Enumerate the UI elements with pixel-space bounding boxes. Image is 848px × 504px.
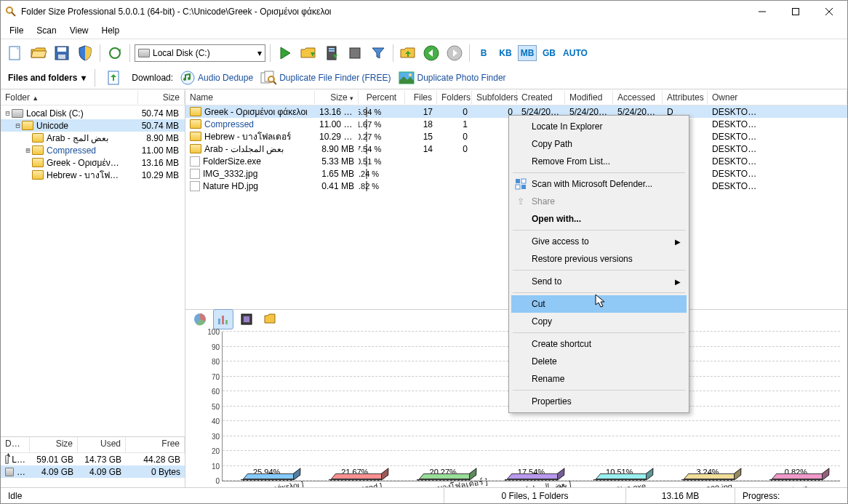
svg-point-26 (409, 73, 412, 76)
duplicate-photo-finder-link[interactable]: Duplicate Photo Finder (399, 71, 506, 84)
chevron-down-icon: ▾ (257, 48, 262, 58)
shield-icon (514, 177, 527, 191)
tree-header-folder[interactable]: Folder ▲ (1, 91, 138, 104)
titlebar: Folder Size Professional 5.0.0.1 (64-bit… (1, 1, 847, 23)
disk-hdr-free[interactable]: Free (126, 437, 185, 452)
menu-file[interactable]: File (4, 24, 29, 37)
menubar: File Scan View Help (1, 23, 847, 39)
tree-row[interactable]: ⊟Unicode50.74 MB (1, 119, 185, 132)
status-size: 13.16 MB (626, 488, 735, 503)
cm-rename[interactable]: Rename (511, 370, 687, 388)
drive-icon (138, 49, 150, 57)
chart-pie-icon[interactable] (190, 309, 210, 329)
audio-dedupe-link[interactable]: Audio Dedupe (180, 71, 253, 85)
svg-line-1 (12, 12, 15, 16)
tree-header-size[interactable]: Size (138, 91, 185, 104)
cm-restore[interactable]: Restore previous versions (511, 250, 687, 268)
cm-give-access[interactable]: Give access to▶ (511, 233, 687, 250)
filter-icon[interactable] (368, 43, 388, 63)
up-folder-icon[interactable] (398, 43, 418, 63)
save-icon[interactable] (52, 43, 72, 63)
maximize-button[interactable] (779, 1, 812, 23)
gh-created[interactable]: Created (517, 91, 565, 104)
main-toolbar: Local Disk (C:) ▾ B KB MB GB AUTO (1, 39, 847, 66)
unit-gb[interactable]: GB (540, 45, 559, 61)
menu-help[interactable]: Help (96, 24, 126, 37)
svg-point-20 (188, 77, 191, 80)
app-icon (5, 6, 17, 17)
unit-kb[interactable]: KB (496, 45, 515, 61)
refresh-icon[interactable] (105, 43, 125, 63)
unit-b[interactable]: B (474, 45, 493, 61)
svg-rect-35 (516, 185, 520, 189)
chart-options-icon[interactable] (260, 309, 280, 329)
cm-send-to[interactable]: Send to▶ (511, 273, 687, 290)
shield-icon[interactable] (75, 43, 95, 63)
gh-size[interactable]: Size ▾ (315, 91, 359, 104)
chart-bar-icon[interactable] (213, 309, 233, 329)
files-folders-dropdown[interactable]: Files and folders▾ (8, 73, 86, 83)
unit-mb[interactable]: MB (518, 45, 537, 61)
gh-percent[interactable]: Percent (359, 91, 405, 104)
cm-remove[interactable]: Remove From List... (511, 153, 687, 170)
disk-hdr-used[interactable]: Used (78, 437, 126, 452)
status-idle: Idle (1, 488, 444, 503)
share-icon: ⇪ (514, 195, 527, 208)
export-icon[interactable] (104, 68, 124, 88)
menu-view[interactable]: View (64, 24, 95, 37)
drive-selector[interactable]: Local Disk (C:) ▾ (135, 44, 265, 62)
tree-row[interactable]: ⊟Local Disk (C:)50.74 MB (1, 107, 185, 119)
status-progress: Progress: (735, 488, 847, 503)
cm-copy[interactable]: Copy (511, 313, 687, 330)
tree-row[interactable]: Hebrew - บางโฟ…10.29 MB (1, 169, 185, 181)
gh-name[interactable]: Name (185, 91, 315, 104)
unit-auto[interactable]: AUTO (561, 45, 589, 61)
svg-rect-3 (793, 9, 799, 15)
open-folder-icon[interactable] (28, 43, 49, 63)
disk-row[interactable]: L…59.01 GB14.73 GB44.28 GB (1, 453, 185, 465)
gh-subfolders[interactable]: Subfolders (472, 91, 517, 104)
cm-share[interactable]: ⇪Share (511, 193, 687, 210)
gh-files[interactable]: Files (405, 91, 437, 104)
disk-list[interactable]: L…59.01 GB14.73 GB44.28 GB…4.09 GB4.09 G… (1, 453, 185, 478)
secondary-toolbar: Files and folders▾ Download: Audio Dedup… (1, 66, 847, 89)
gh-accessed[interactable]: Accessed (613, 91, 663, 104)
cm-defender[interactable]: Scan with Microsoft Defender... (511, 175, 687, 193)
minimize-button[interactable] (745, 1, 779, 23)
gh-attributes[interactable]: Attributes (663, 91, 708, 104)
tree-row[interactable]: Arab - بعض المج8.90 MB (1, 132, 185, 144)
cm-locate[interactable]: Locate In Explorer (511, 118, 687, 135)
stop-icon[interactable] (345, 43, 365, 63)
svg-point-19 (183, 78, 186, 81)
duplicate-file-finder-link[interactable]: Duplicate File Finder (FREE) (260, 71, 391, 85)
new-file-icon[interactable] (5, 43, 25, 63)
cm-shortcut[interactable]: Create shortcut (511, 335, 687, 353)
scan-folder-icon[interactable] (298, 43, 319, 63)
gh-modified[interactable]: Modified (565, 91, 613, 104)
cm-copy-path[interactable]: Copy Path (511, 135, 687, 153)
gh-folders[interactable]: Folders (437, 91, 472, 104)
cm-open-with[interactable]: Open with... (511, 210, 687, 228)
gh-owner[interactable]: Owner (708, 91, 847, 104)
back-icon[interactable] (421, 43, 441, 63)
scan-server-icon[interactable] (321, 43, 342, 63)
play-icon[interactable] (275, 43, 295, 63)
menu-scan[interactable]: Scan (31, 24, 62, 37)
disk-hdr-drive[interactable]: D… ▲ (1, 437, 30, 452)
drive-selector-text: Local Disk (C:) (153, 48, 257, 58)
chevron-right-icon: ▶ (675, 278, 681, 286)
svg-point-0 (7, 7, 12, 13)
folder-tree[interactable]: ⊟Local Disk (C:)50.74 MB⊟Unicode50.74 MB… (1, 105, 185, 436)
chevron-down-icon: ▾ (81, 73, 86, 83)
forward-icon[interactable] (444, 43, 465, 63)
close-button[interactable] (812, 1, 846, 23)
svg-rect-14 (350, 48, 360, 58)
cm-properties[interactable]: Properties (511, 393, 687, 410)
chart-3d-icon[interactable] (236, 309, 257, 329)
disk-row[interactable]: …4.09 GB4.09 GB0 Bytes (1, 465, 185, 478)
tree-row[interactable]: Greek - Ορισμέν…13.16 MB (1, 156, 185, 169)
tree-row[interactable]: ⊞Compressed11.00 MB (1, 144, 185, 156)
svg-rect-8 (57, 47, 66, 52)
disk-hdr-size[interactable]: Size (30, 437, 78, 452)
cm-delete[interactable]: Delete (511, 353, 687, 370)
